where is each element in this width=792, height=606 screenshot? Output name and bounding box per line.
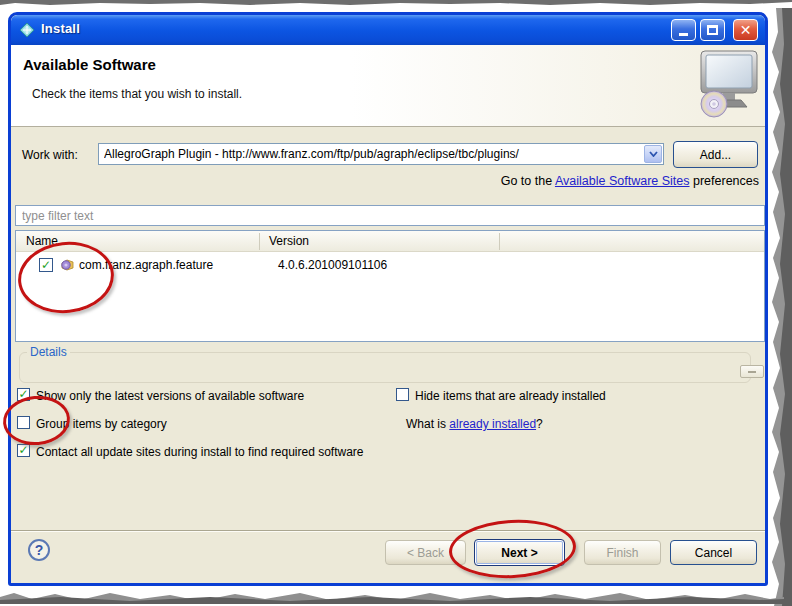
what-is-installed-line: What is already installed? [406,417,543,431]
details-collapse-button[interactable] [740,365,764,378]
collapse-icon [748,371,756,373]
page-title: Available Software [23,56,156,73]
work-with-combobox[interactable]: AllegroGraph Plugin - http://www.franz.c… [98,143,664,165]
software-table[interactable]: Name Version ✓ com.franz.agraph.feature … [15,230,765,342]
wizard-header: Available Software Check the items that … [11,45,765,127]
torn-edge-bottom [0,588,792,606]
minimize-button[interactable] [671,19,696,41]
column-header-version[interactable]: Version [269,234,309,248]
what-is-suffix: ? [536,417,543,431]
goto-suffix: preferences [690,174,759,188]
page-subtitle: Check the items that you wish to install… [32,87,242,101]
chevron-down-icon [649,151,658,157]
combobox-dropdown-button[interactable] [644,145,662,163]
hide-installed-label[interactable]: Hide items that are already installed [415,389,606,403]
screenshot-canvas: Install ✕ Available Software Check the i… [0,0,792,606]
minimize-icon [679,33,688,36]
table-header[interactable]: Name Version [16,231,764,252]
window-title: Install [41,21,80,36]
details-group [19,352,751,383]
help-icon: ? [35,542,44,558]
footer-separator [11,530,765,532]
hide-installed-checkbox[interactable] [396,388,409,401]
maximize-icon [707,25,718,35]
torn-edge-right [768,4,792,606]
app-diamond-icon [19,22,35,38]
filter-input[interactable] [15,205,765,226]
what-is-prefix: What is [406,417,449,431]
table-row[interactable]: ✓ com.franz.agraph.feature 4.0.6.2010091… [16,255,764,277]
show-latest-label[interactable]: Show only the latest versions of availab… [36,389,304,403]
maximize-button[interactable] [700,19,725,41]
close-button[interactable]: ✕ [733,19,758,41]
finish-button[interactable]: Finish [584,540,661,565]
monitor-cd-icon [697,49,759,121]
contact-update-sites-checkbox[interactable]: ✓ [17,444,30,457]
already-installed-link[interactable]: already installed [449,417,536,431]
column-separator[interactable] [499,233,500,250]
available-software-sites-link[interactable]: Available Software Sites [555,174,690,188]
contact-update-sites-label[interactable]: Contact all update sites during install … [36,445,364,459]
cancel-button[interactable]: Cancel [670,540,757,565]
goto-prefix: Go to the [501,174,555,188]
torn-edge-top [0,0,792,8]
close-icon: ✕ [740,22,752,38]
feature-version[interactable]: 4.0.6.201009101106 [278,258,387,272]
work-with-label: Work with: [22,148,78,162]
work-with-value: AllegroGraph Plugin - http://www.franz.c… [104,147,639,161]
column-separator[interactable] [259,233,260,250]
goto-sites-line: Go to the Available Software Sites prefe… [501,174,759,188]
install-dialog-window: Install ✕ Available Software Check the i… [8,12,768,586]
details-label: Details [27,345,70,359]
title-bar[interactable]: Install ✕ [11,15,765,45]
help-button[interactable]: ? [28,539,50,561]
add-button[interactable]: Add... [673,141,758,168]
